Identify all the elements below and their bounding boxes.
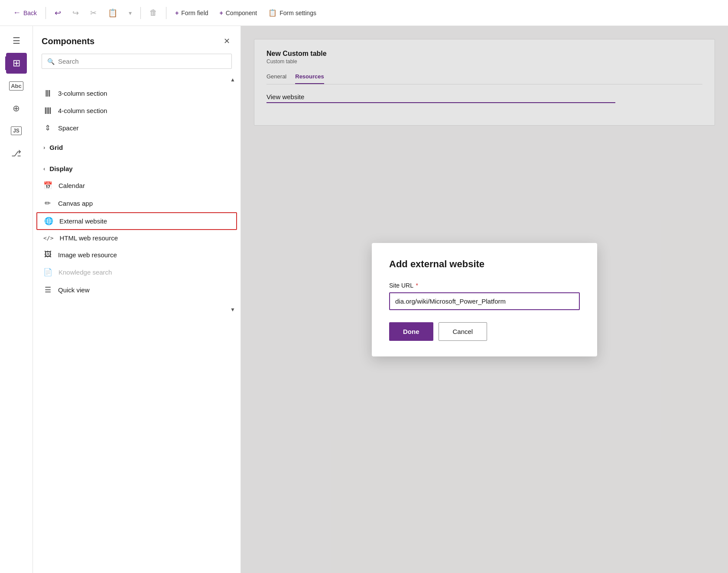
back-arrow-icon: ← <box>13 8 21 17</box>
search-icon: 🔍 <box>47 58 55 65</box>
canvas-app-icon: ✏ <box>43 199 52 208</box>
site-url-input[interactable] <box>389 292 580 310</box>
redo-button[interactable]: ↪ <box>68 6 83 20</box>
grid-group-label: Grid <box>49 144 63 151</box>
3col-icon: ||| <box>43 89 52 97</box>
required-marker: * <box>416 282 418 289</box>
calendar-label: Calendar <box>58 182 85 189</box>
icon-sidebar: ☰ ⊞ Abc ⊕ JS ⎇ <box>0 26 33 573</box>
external-website-label: External website <box>59 217 107 225</box>
grid-chevron-icon: › <box>43 144 45 151</box>
site-url-label: Site URL * <box>389 282 580 289</box>
knowledge-search-icon: 📄 <box>43 268 52 277</box>
sidebar-item-layers[interactable]: ⊕ <box>6 98 27 119</box>
dropdown-button[interactable]: ▾ <box>124 7 136 19</box>
canvas-area: New Custom table Custom table General Re… <box>241 26 728 573</box>
search-box[interactable]: 🔍 <box>42 54 232 69</box>
sidebar-item-components[interactable]: ⊞ <box>6 53 27 74</box>
delete-icon: 🗑 <box>150 8 157 17</box>
4col-icon: |||| <box>43 106 52 115</box>
components-panel-close-button[interactable]: ✕ <box>222 35 232 48</box>
spacer-label: Spacer <box>58 124 79 132</box>
calendar-icon: 📅 <box>43 181 52 190</box>
external-website-icon: 🌐 <box>44 217 53 226</box>
cut-button[interactable]: ✂ <box>86 6 101 20</box>
list-item-quick-view[interactable]: ☰ Quick view <box>33 281 240 299</box>
group-grid: › Grid <box>33 137 240 158</box>
modal-buttons: Done Cancel <box>389 322 580 341</box>
dropdown-icon: ▾ <box>129 10 132 16</box>
main-area: ☰ ⊞ Abc ⊕ JS ⎇ Components ✕ 🔍 <box>0 26 728 573</box>
form-field-label: Form field <box>181 10 208 16</box>
toolbar-separator-3 <box>166 7 166 19</box>
layers-icon: ⊕ <box>13 103 20 113</box>
components-grid-icon: ⊞ <box>13 58 20 69</box>
js-icon: JS <box>11 126 22 135</box>
components-list: ▲ ||| 3-column section |||| 4-column sec… <box>33 75 240 573</box>
list-item-spacer[interactable]: ⇕ Spacer <box>33 119 240 137</box>
form-settings-icon: 📋 <box>268 9 277 17</box>
display-group-header[interactable]: ‹ Display <box>33 161 240 177</box>
back-label: Back <box>23 10 37 16</box>
toolbar-separator-1 <box>46 7 46 19</box>
scroll-down-arrow[interactable]: ▼ <box>227 305 239 314</box>
scroll-up-arrow[interactable]: ▲ <box>227 75 239 84</box>
delete-button[interactable]: 🗑 <box>145 6 162 20</box>
list-item-calendar[interactable]: 📅 Calendar <box>33 177 240 194</box>
4col-label: 4-column section <box>58 107 107 114</box>
plus-form-field-icon: + <box>175 10 179 16</box>
list-item-knowledge-search: 📄 Knowledge search <box>33 263 240 281</box>
back-button[interactable]: ← Back <box>9 6 41 20</box>
toolbar: ← Back ↩ ↪ ✂ 📋 ▾ 🗑 + Form field + Compon… <box>0 0 728 26</box>
form-settings-label: Form settings <box>280 10 316 16</box>
html-icon: </> <box>43 235 53 241</box>
add-external-website-modal: Add external website Site URL * Done Can… <box>372 243 597 356</box>
canvas-app-label: Canvas app <box>58 200 93 207</box>
spacer-icon: ⇕ <box>43 123 52 133</box>
list-item-3col[interactable]: ||| 3-column section <box>33 84 240 102</box>
paste-button[interactable]: 📋 <box>104 6 122 20</box>
knowledge-label: Knowledge search <box>58 269 112 276</box>
menu-icon: ☰ <box>13 36 20 46</box>
sidebar-item-text[interactable]: Abc <box>6 75 27 96</box>
list-item-canvas-app[interactable]: ✏ Canvas app <box>33 194 240 212</box>
modal-overlay: Add external website Site URL * Done Can… <box>241 26 728 573</box>
components-panel-title: Components <box>42 36 94 46</box>
network-icon: ⎇ <box>11 148 21 159</box>
text-icon: Abc <box>9 81 23 91</box>
modal-title: Add external website <box>389 259 580 270</box>
component-label: Component <box>226 10 257 16</box>
components-panel-header: Components ✕ <box>33 26 240 54</box>
display-chevron-icon: ‹ <box>43 165 45 172</box>
done-button[interactable]: Done <box>389 322 433 341</box>
add-form-field-button[interactable]: + Form field <box>171 7 212 19</box>
cut-icon: ✂ <box>90 8 97 18</box>
quick-view-label: Quick view <box>58 286 90 294</box>
redo-icon: ↪ <box>72 8 79 18</box>
quick-view-icon: ☰ <box>43 285 52 295</box>
components-panel: Components ✕ 🔍 ▲ ||| 3-column section ||… <box>33 26 241 573</box>
sidebar-item-network[interactable]: ⎇ <box>6 143 27 164</box>
list-item-image-web-resource[interactable]: 🖼 Image web resource <box>33 246 240 263</box>
html-label: HTML web resource <box>59 234 118 242</box>
sidebar-item-menu[interactable]: ☰ <box>6 30 27 51</box>
group-display: ‹ Display 📅 Calendar ✏ Canvas app 🌐 Exte… <box>33 158 240 301</box>
list-item-external-website[interactable]: 🌐 External website <box>36 212 237 230</box>
display-group-label: Display <box>49 165 72 172</box>
sidebar-item-js[interactable]: JS <box>6 120 27 141</box>
image-web-resource-icon: 🖼 <box>43 250 52 259</box>
toolbar-separator-2 <box>140 7 141 19</box>
add-component-button[interactable]: + Component <box>215 7 262 19</box>
form-settings-button[interactable]: 📋 Form settings <box>264 6 321 19</box>
undo-icon: ↩ <box>55 8 61 18</box>
cancel-button[interactable]: Cancel <box>439 322 488 341</box>
close-icon: ✕ <box>224 37 230 45</box>
list-item-html-web-resource[interactable]: </> HTML web resource <box>33 230 240 246</box>
paste-icon: 📋 <box>108 8 117 18</box>
list-item-4col[interactable]: |||| 4-column section <box>33 102 240 119</box>
undo-button[interactable]: ↩ <box>50 6 65 20</box>
grid-group-header[interactable]: › Grid <box>33 139 240 155</box>
3col-label: 3-column section <box>58 90 107 97</box>
search-input[interactable] <box>58 58 226 65</box>
plus-component-icon: + <box>220 10 223 16</box>
